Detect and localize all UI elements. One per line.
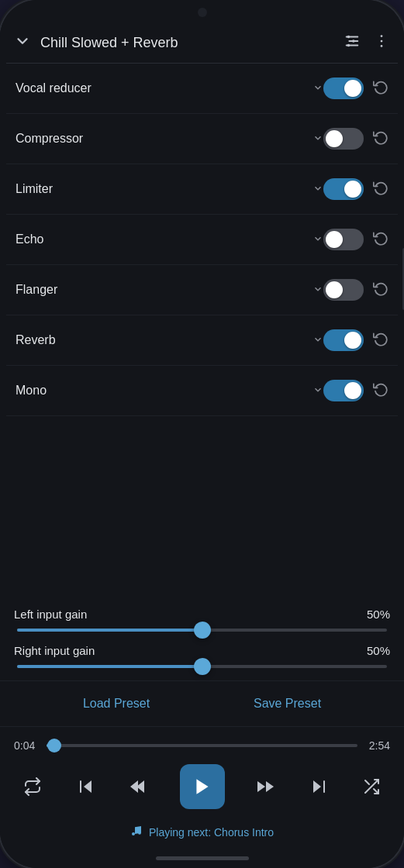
effect-controls-compressor	[323, 128, 388, 150]
music-note-icon	[130, 825, 143, 840]
svg-point-5	[347, 44, 350, 47]
reset-icon-limiter[interactable]	[373, 180, 388, 199]
toggle-mono[interactable]	[323, 380, 364, 401]
shuffle-button[interactable]	[359, 774, 384, 799]
effect-label-reverb: Reverb	[16, 333, 308, 347]
repeat-button[interactable]	[20, 774, 45, 799]
toggle-compressor[interactable]	[323, 128, 364, 150]
svg-marker-9	[84, 780, 92, 793]
svg-point-3	[347, 36, 350, 39]
toggle-flanger[interactable]	[323, 279, 364, 301]
progress-row: 0:04 2:54	[14, 739, 390, 752]
effect-controls-echo	[323, 229, 388, 250]
reset-icon-flanger[interactable]	[373, 281, 388, 300]
toggle-reverb[interactable]	[323, 329, 364, 351]
svg-point-21	[132, 832, 135, 835]
effect-row-echo: Echo	[6, 215, 398, 265]
skip-forward-button[interactable]	[306, 774, 331, 799]
left-input-gain-label-row: Left input gain 50%	[14, 608, 390, 621]
rewind-button[interactable]	[126, 774, 151, 799]
effect-row-flanger: Flanger	[6, 265, 398, 315]
camera-notch	[198, 8, 207, 17]
reset-icon-reverb[interactable]	[373, 331, 388, 350]
svg-point-4	[352, 40, 355, 43]
expand-icon-mono[interactable]	[312, 384, 323, 398]
effect-row-vocal-reducer: Vocal reducer	[6, 64, 398, 114]
current-time: 0:04	[14, 739, 39, 752]
toggle-knob-limiter	[344, 181, 361, 198]
toggle-limiter[interactable]	[323, 178, 364, 200]
skip-back-button[interactable]	[74, 774, 98, 799]
header-title: Chill Slowed + Reverb	[40, 35, 344, 51]
toggle-knob-reverb	[344, 332, 361, 349]
effect-label-compressor: Compressor	[16, 132, 308, 146]
fast-forward-button[interactable]	[253, 774, 278, 799]
back-chevron-icon[interactable]	[14, 33, 31, 53]
effect-label-echo: Echo	[16, 232, 308, 246]
effect-row-compressor: Compressor	[6, 114, 398, 164]
settings-icon[interactable]	[344, 33, 361, 53]
toggle-knob-mono	[344, 382, 361, 399]
toggle-knob-compressor	[326, 130, 343, 147]
effect-controls-limiter	[323, 178, 388, 200]
reset-icon-compressor[interactable]	[373, 129, 388, 149]
play-button[interactable]	[180, 764, 225, 809]
toggle-knob-flanger	[326, 281, 343, 298]
left-input-gain-label: Left input gain	[14, 608, 87, 621]
preset-buttons: Load Preset Save Preset	[0, 681, 404, 727]
expand-icon-vocal-reducer[interactable]	[312, 82, 323, 95]
effects-list: Vocal reducer	[0, 64, 404, 598]
toggle-vocal-reducer[interactable]	[323, 78, 364, 99]
right-input-gain-label-row: Right input gain 50%	[14, 644, 390, 657]
left-input-gain-fill	[17, 629, 202, 632]
sliders-section: Left input gain 50% Right input gain 50%	[0, 598, 404, 681]
effect-controls-vocal-reducer	[323, 78, 388, 99]
now-playing-text: Playing next: Chorus Intro	[149, 826, 274, 839]
effect-row-reverb: Reverb	[6, 315, 398, 366]
effect-label-flanger: Flanger	[16, 283, 308, 297]
left-input-gain-track[interactable]	[17, 629, 387, 632]
reset-icon-echo[interactable]	[373, 230, 388, 250]
reset-icon-mono[interactable]	[373, 381, 388, 401]
left-input-gain-value: 50%	[367, 608, 390, 621]
expand-icon-echo[interactable]	[312, 233, 323, 246]
svg-marker-13	[196, 779, 208, 794]
header-icons	[344, 33, 390, 53]
svg-point-6	[381, 35, 383, 37]
svg-point-22	[138, 832, 141, 835]
effect-controls-mono	[323, 380, 388, 401]
phone-frame: Chill Slowed + Reverb	[0, 0, 404, 868]
expand-icon-compressor[interactable]	[312, 133, 323, 146]
svg-line-20	[365, 780, 369, 784]
expand-icon-limiter[interactable]	[312, 183, 323, 196]
effect-controls-flanger	[323, 279, 388, 301]
effect-row-limiter: Limiter	[6, 164, 398, 215]
effect-controls-reverb	[323, 329, 388, 351]
right-input-gain-fill	[17, 665, 202, 668]
save-preset-button[interactable]: Save Preset	[254, 697, 321, 711]
right-input-gain-track[interactable]	[17, 665, 387, 668]
right-input-gain-thumb[interactable]	[194, 658, 211, 675]
left-input-gain-thumb[interactable]	[194, 622, 211, 639]
now-playing-bar: Playing next: Chorus Intro	[14, 818, 390, 846]
effect-label-mono: Mono	[16, 384, 308, 398]
toggle-echo[interactable]	[323, 229, 364, 250]
right-input-gain-row: Right input gain 50%	[14, 644, 390, 668]
effect-label-vocal-reducer: Vocal reducer	[16, 81, 308, 95]
progress-track[interactable]	[47, 744, 357, 747]
toggle-knob-vocal-reducer	[344, 80, 361, 97]
reset-icon-vocal-reducer[interactable]	[373, 79, 388, 98]
svg-marker-15	[257, 781, 265, 792]
player-section: 0:04 2:54	[0, 727, 404, 868]
right-input-gain-value: 50%	[367, 644, 390, 657]
load-preset-button[interactable]: Load Preset	[83, 697, 150, 711]
progress-thumb[interactable]	[47, 739, 61, 753]
expand-icon-flanger[interactable]	[312, 284, 323, 297]
expand-icon-reverb[interactable]	[312, 334, 323, 347]
effect-row-mono: Mono	[6, 366, 398, 416]
svg-marker-16	[313, 780, 321, 793]
toggle-knob-echo	[326, 231, 343, 248]
more-options-icon[interactable]	[373, 33, 390, 53]
home-indicator	[156, 856, 249, 860]
svg-marker-12	[130, 780, 138, 793]
